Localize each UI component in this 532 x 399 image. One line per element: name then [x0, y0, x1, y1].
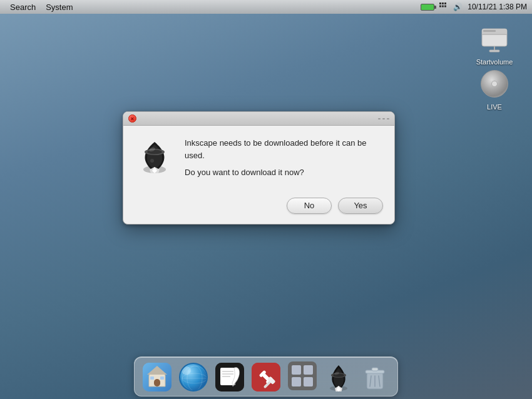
svg-rect-43	[304, 377, 313, 386]
svg-rect-11	[489, 50, 499, 52]
svg-rect-20	[154, 379, 160, 386]
dock-item-finder[interactable]	[141, 361, 173, 393]
dock-finder-icon	[143, 363, 171, 391]
dialog-no-button[interactable]: No	[287, 198, 332, 214]
dock-trash-icon	[361, 363, 389, 391]
dock-grid-icon	[288, 361, 317, 393]
dock-item-browser[interactable]	[177, 361, 210, 393]
live-label: LIVE	[485, 103, 504, 111]
grid-menu-icon	[439, 3, 448, 12]
dock-item-trash[interactable]	[359, 361, 391, 393]
dialog-buttons: No Yes	[123, 193, 394, 224]
desktop-icon-live[interactable]: LIVE	[469, 68, 519, 111]
svg-rect-42	[292, 377, 301, 386]
svg-point-16	[150, 159, 154, 163]
svg-rect-21	[150, 376, 154, 380]
menu-right: 🔊 10/11/21 1:38 PM	[421, 3, 527, 12]
dock-item-writer[interactable]	[213, 361, 246, 393]
dialog-close-button[interactable]: ×	[128, 114, 136, 123]
svg-rect-5	[444, 5, 446, 7]
datetime: 10/11/21 1:38 PM	[468, 3, 527, 11]
svg-rect-3	[439, 5, 441, 7]
svg-rect-41	[304, 365, 313, 375]
desktop-icon-startvolume[interactable]: Startvolume	[469, 23, 519, 66]
svg-rect-1	[442, 3, 444, 4]
svg-rect-50	[372, 368, 378, 371]
inkscape-app-icon	[135, 137, 175, 177]
dialog: ×	[123, 111, 395, 225]
dialog-message: Inkscape needs to be downloaded before i…	[185, 137, 382, 184]
svg-rect-2	[444, 3, 446, 4]
dialog-message-line2: Do you want to download it now?	[185, 166, 382, 179]
live-icon-img	[478, 68, 511, 100]
menubar: Search System 🔊 10/11/21 1:38 PM	[0, 0, 532, 14]
dialog-message-line1: Inkscape needs to be downloaded before i…	[185, 137, 382, 161]
svg-rect-9	[483, 30, 496, 32]
svg-rect-22	[160, 376, 164, 380]
speaker-icon: 🔊	[453, 3, 463, 11]
dialog-title-dots	[378, 118, 389, 119]
dialog-body: Inkscape needs to be downloaded before i…	[123, 126, 394, 193]
menu-system[interactable]: System	[41, 3, 78, 12]
dock-quill-icon	[215, 363, 244, 391]
dock-item-grid[interactable]	[286, 361, 319, 393]
dock-tools-icon	[252, 363, 280, 391]
menu-search[interactable]: Search	[5, 3, 41, 12]
svg-rect-4	[442, 5, 444, 7]
dock	[134, 356, 398, 396]
startvolume-label: Startvolume	[474, 58, 515, 66]
dock-item-tools[interactable]	[250, 361, 282, 393]
dialog-titlebar: ×	[123, 112, 394, 126]
svg-rect-40	[292, 365, 301, 375]
dock-item-inkscape[interactable]	[322, 361, 355, 393]
svg-rect-8	[482, 34, 507, 35]
dock-inkscape-icon	[324, 363, 353, 391]
startvolume-icon-img	[478, 23, 511, 55]
dock-globe-icon	[179, 363, 208, 391]
dialog-yes-button[interactable]: Yes	[338, 198, 383, 214]
battery-icon	[421, 4, 434, 11]
svg-rect-0	[439, 3, 441, 4]
